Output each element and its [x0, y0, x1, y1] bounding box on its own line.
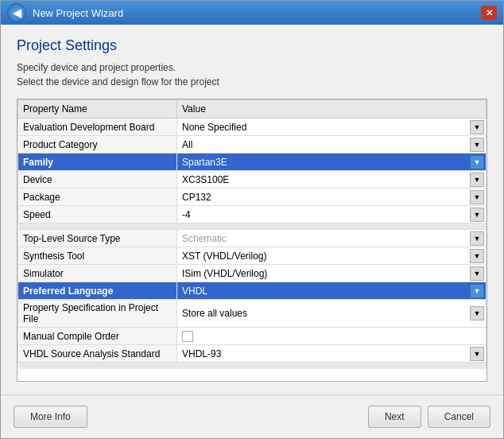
table-row: Top-Level Source TypeSchematic▼ — [18, 230, 487, 247]
table-row: DeviceXC3S100E▼ — [18, 171, 487, 188]
title-bar: ◀ New Project Wizard ✕ — [1, 1, 503, 25]
property-value-cell — [177, 328, 487, 345]
dropdown-arrow-icon[interactable]: ▼ — [470, 231, 484, 246]
footer: More Info Next Cancel — [1, 394, 503, 438]
title-bar-left: ◀ New Project Wizard — [7, 3, 123, 22]
property-value-cell[interactable]: VHDL-93▼ — [177, 345, 487, 363]
close-button[interactable]: ✕ — [481, 6, 497, 20]
table-header-row: Property Name Value — [18, 100, 487, 118]
footer-right: Next Cancel — [368, 406, 490, 428]
property-value-cell[interactable]: All▼ — [177, 136, 487, 153]
table-row: Speed-4▼ — [18, 206, 487, 223]
dropdown-arrow-icon[interactable]: ▼ — [470, 208, 484, 222]
property-name-cell: Device — [18, 171, 177, 188]
property-value-cell[interactable]: VHDL▼ — [177, 282, 487, 300]
next-button[interactable]: Next — [368, 406, 421, 428]
property-name-cell: VHDL Source Analysis Standard — [18, 345, 177, 363]
property-value-cell[interactable]: ISim (VHDL/Verilog)▼ — [177, 265, 487, 282]
description: Specify device and project properties. S… — [17, 60, 487, 89]
property-value-cell[interactable]: -4▼ — [177, 206, 487, 223]
property-name-cell: Synthesis Tool — [18, 247, 177, 265]
table-row: VHDL Source Analysis StandardVHDL-93▼ — [18, 345, 487, 363]
dropdown-arrow-icon[interactable]: ▼ — [470, 347, 484, 361]
property-name-cell: Property Specification in Project File — [18, 300, 177, 328]
main-window: ◀ New Project Wizard ✕ Project Settings … — [0, 0, 504, 439]
table-row: Property Specification in Project FileSt… — [18, 300, 487, 328]
table-row: Product CategoryAll▼ — [18, 136, 487, 153]
property-name-cell: Preferred Language — [18, 282, 177, 300]
more-info-button[interactable]: More Info — [14, 406, 87, 428]
table-row — [18, 223, 487, 230]
table-row: Synthesis ToolXST (VHDL/Verilog)▼ — [18, 247, 487, 265]
dropdown-arrow-icon[interactable]: ▼ — [470, 155, 484, 169]
table-row: FamilySpartan3E▼ — [18, 153, 487, 171]
table-row: PackageCP132▼ — [18, 188, 487, 206]
dropdown-arrow-icon[interactable]: ▼ — [470, 266, 484, 281]
window-title: New Project Wizard — [33, 7, 123, 19]
table-row: Manual Compile Order — [18, 328, 487, 345]
page-title: Project Settings — [17, 37, 487, 54]
col-property-header: Property Name — [18, 100, 177, 118]
table-row — [18, 363, 487, 369]
property-name-cell: Package — [18, 188, 177, 206]
property-value-cell[interactable]: XST (VHDL/Verilog)▼ — [177, 247, 487, 265]
property-value-cell[interactable]: Schematic▼ — [177, 230, 487, 247]
dropdown-arrow-icon[interactable]: ▼ — [470, 190, 484, 204]
back-icon: ◀ — [13, 7, 21, 18]
properties-table-container: Property Name Value Evaluation Developme… — [17, 99, 487, 382]
table-row: Preferred LanguageVHDL▼ — [18, 282, 487, 300]
property-value-cell[interactable]: Store all values▼ — [177, 300, 487, 328]
dropdown-arrow-icon[interactable]: ▼ — [470, 306, 484, 321]
dropdown-arrow-icon[interactable]: ▼ — [470, 284, 484, 298]
back-button[interactable]: ◀ — [7, 3, 26, 22]
checkbox-input[interactable] — [182, 331, 193, 342]
property-value-cell[interactable]: None Specified▼ — [177, 118, 487, 136]
property-name-cell: Top-Level Source Type — [18, 230, 177, 247]
property-value-cell[interactable]: XC3S100E▼ — [177, 171, 487, 188]
dropdown-arrow-icon[interactable]: ▼ — [470, 138, 484, 152]
property-name-cell: Family — [18, 153, 177, 171]
cancel-button[interactable]: Cancel — [428, 406, 490, 428]
col-value-header: Value — [177, 100, 487, 118]
table-row: SimulatorISim (VHDL/Verilog)▼ — [18, 265, 487, 282]
dropdown-arrow-icon[interactable]: ▼ — [470, 249, 484, 263]
table-row: Evaluation Development BoardNone Specifi… — [18, 118, 487, 136]
property-name-cell: Simulator — [18, 265, 177, 282]
property-name-cell: Evaluation Development Board — [18, 118, 177, 136]
property-value-cell[interactable]: Spartan3E▼ — [177, 153, 487, 171]
dropdown-arrow-icon[interactable]: ▼ — [470, 120, 484, 134]
property-value-cell[interactable]: CP132▼ — [177, 188, 487, 206]
property-name-cell: Product Category — [18, 136, 177, 153]
dropdown-arrow-icon[interactable]: ▼ — [470, 173, 484, 187]
properties-table: Property Name Value Evaluation Developme… — [17, 99, 487, 369]
content-area: Project Settings Specify device and proj… — [1, 25, 503, 394]
property-name-cell: Manual Compile Order — [18, 328, 177, 345]
property-name-cell: Speed — [18, 206, 177, 223]
title-bar-controls: ✕ — [481, 6, 497, 20]
